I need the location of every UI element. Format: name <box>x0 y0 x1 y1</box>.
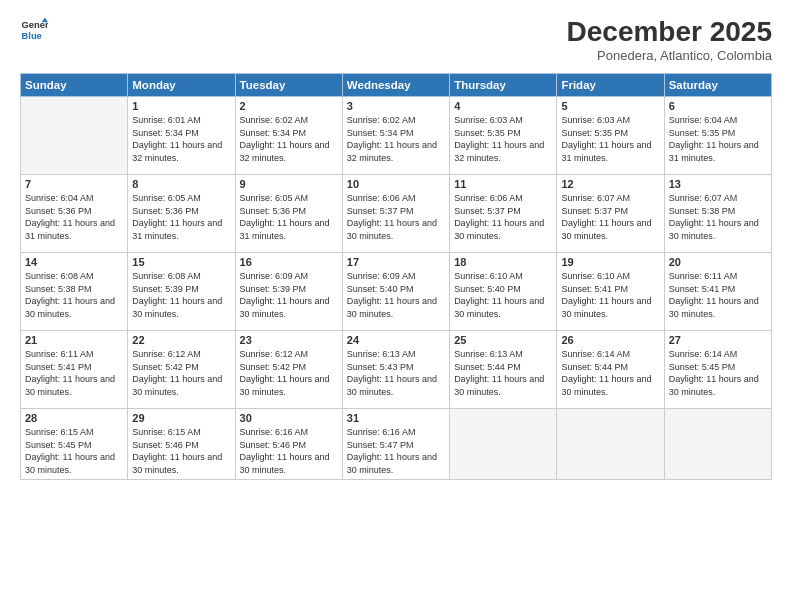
calendar-header-row: Sunday Monday Tuesday Wednesday Thursday… <box>21 74 772 97</box>
table-row: 14Sunrise: 6:08 AM Sunset: 5:38 PM Dayli… <box>21 253 128 331</box>
table-row: 28Sunrise: 6:15 AM Sunset: 5:45 PM Dayli… <box>21 409 128 480</box>
table-row: 2Sunrise: 6:02 AM Sunset: 5:34 PM Daylig… <box>235 97 342 175</box>
col-monday: Monday <box>128 74 235 97</box>
table-row: 25Sunrise: 6:13 AM Sunset: 5:44 PM Dayli… <box>450 331 557 409</box>
table-row: 18Sunrise: 6:10 AM Sunset: 5:40 PM Dayli… <box>450 253 557 331</box>
table-row: 23Sunrise: 6:12 AM Sunset: 5:42 PM Dayli… <box>235 331 342 409</box>
table-row: 22Sunrise: 6:12 AM Sunset: 5:42 PM Dayli… <box>128 331 235 409</box>
table-row: 7Sunrise: 6:04 AM Sunset: 5:36 PM Daylig… <box>21 175 128 253</box>
col-wednesday: Wednesday <box>342 74 449 97</box>
table-row: 5Sunrise: 6:03 AM Sunset: 5:35 PM Daylig… <box>557 97 664 175</box>
table-row <box>450 409 557 480</box>
table-row: 6Sunrise: 6:04 AM Sunset: 5:35 PM Daylig… <box>664 97 771 175</box>
table-row: 20Sunrise: 6:11 AM Sunset: 5:41 PM Dayli… <box>664 253 771 331</box>
title-block: December 2025 Ponedera, Atlantico, Colom… <box>567 16 772 63</box>
table-row: 1Sunrise: 6:01 AM Sunset: 5:34 PM Daylig… <box>128 97 235 175</box>
col-thursday: Thursday <box>450 74 557 97</box>
month-title: December 2025 <box>567 16 772 48</box>
col-friday: Friday <box>557 74 664 97</box>
table-row: 17Sunrise: 6:09 AM Sunset: 5:40 PM Dayli… <box>342 253 449 331</box>
table-row: 11Sunrise: 6:06 AM Sunset: 5:37 PM Dayli… <box>450 175 557 253</box>
table-row: 26Sunrise: 6:14 AM Sunset: 5:44 PM Dayli… <box>557 331 664 409</box>
calendar-table: Sunday Monday Tuesday Wednesday Thursday… <box>20 73 772 480</box>
table-row: 16Sunrise: 6:09 AM Sunset: 5:39 PM Dayli… <box>235 253 342 331</box>
table-row <box>664 409 771 480</box>
col-tuesday: Tuesday <box>235 74 342 97</box>
logo-icon: General Blue <box>20 16 48 44</box>
table-row: 3Sunrise: 6:02 AM Sunset: 5:34 PM Daylig… <box>342 97 449 175</box>
table-row: 27Sunrise: 6:14 AM Sunset: 5:45 PM Dayli… <box>664 331 771 409</box>
subtitle: Ponedera, Atlantico, Colombia <box>567 48 772 63</box>
table-row: 10Sunrise: 6:06 AM Sunset: 5:37 PM Dayli… <box>342 175 449 253</box>
table-row <box>557 409 664 480</box>
svg-text:Blue: Blue <box>22 31 42 41</box>
table-row: 15Sunrise: 6:08 AM Sunset: 5:39 PM Dayli… <box>128 253 235 331</box>
table-row: 13Sunrise: 6:07 AM Sunset: 5:38 PM Dayli… <box>664 175 771 253</box>
page: General Blue December 2025 Ponedera, Atl… <box>0 0 792 612</box>
table-row: 9Sunrise: 6:05 AM Sunset: 5:36 PM Daylig… <box>235 175 342 253</box>
table-row <box>21 97 128 175</box>
table-row: 31Sunrise: 6:16 AM Sunset: 5:47 PM Dayli… <box>342 409 449 480</box>
table-row: 24Sunrise: 6:13 AM Sunset: 5:43 PM Dayli… <box>342 331 449 409</box>
table-row: 8Sunrise: 6:05 AM Sunset: 5:36 PM Daylig… <box>128 175 235 253</box>
col-saturday: Saturday <box>664 74 771 97</box>
table-row: 12Sunrise: 6:07 AM Sunset: 5:37 PM Dayli… <box>557 175 664 253</box>
header: General Blue December 2025 Ponedera, Atl… <box>20 16 772 63</box>
table-row: 19Sunrise: 6:10 AM Sunset: 5:41 PM Dayli… <box>557 253 664 331</box>
table-row: 29Sunrise: 6:15 AM Sunset: 5:46 PM Dayli… <box>128 409 235 480</box>
logo: General Blue <box>20 16 48 44</box>
table-row: 4Sunrise: 6:03 AM Sunset: 5:35 PM Daylig… <box>450 97 557 175</box>
table-row: 21Sunrise: 6:11 AM Sunset: 5:41 PM Dayli… <box>21 331 128 409</box>
table-row: 30Sunrise: 6:16 AM Sunset: 5:46 PM Dayli… <box>235 409 342 480</box>
col-sunday: Sunday <box>21 74 128 97</box>
